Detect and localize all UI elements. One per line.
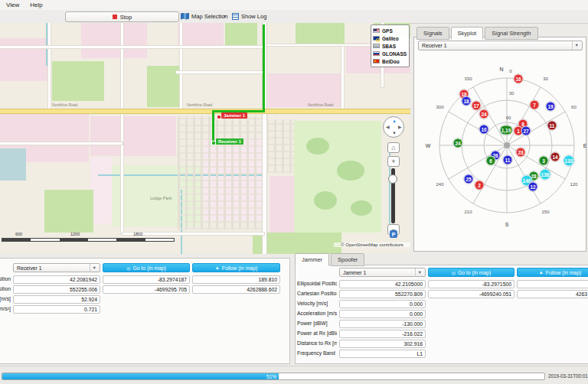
map-feature [0,148,26,181]
satellite-glonass-23: 23 [516,148,526,158]
field-row: Velocity [m/s]52.924 [0,295,289,304]
jammer-follow-button[interactable]: ▲ Follow (in map) [517,268,588,277]
map-feature [225,23,257,46]
skyplot-receiver-select[interactable]: Receiver 1 ▼ [418,41,583,50]
satellite-glonass-17: 17 [472,101,482,111]
field-value[interactable]: L1 [339,350,426,358]
field-value[interactable]: 52.924 [13,295,100,304]
field-label: Velocity [m/s] [297,301,337,308]
menu-item-help[interactable]: Help [30,2,42,8]
show-log-button[interactable]: Show Log [232,11,266,21]
field-value[interactable]: -130.000 [339,320,426,328]
map-attribution[interactable]: © OpenStreetMap contributors [334,242,410,247]
map-feature [0,109,410,114]
field-row: Distance to Rx [m]302.916 [297,340,588,348]
stop-icon [113,15,117,19]
map-zoom-in-button[interactable]: + [387,156,400,167]
stop-label: Stop [120,14,132,21]
receiver-select[interactable]: Receiver 1 ▼ [13,263,100,272]
chevron-down-icon: ▼ [415,268,422,277]
map-selection-label: Map Selection [191,13,228,20]
tab-signal-strength[interactable]: Signal Strength [485,27,537,40]
map-feature [90,158,112,223]
skyplot-angle-label: 0 [509,69,511,73]
skyplot-grid [413,54,588,237]
toolbar: Stop Map Selection ▾ Show Log [0,10,588,24]
satellite-galileo-1,19: 1,19 [500,125,513,135]
field-value[interactable]: 0.721 [13,305,100,314]
field-value[interactable]: -4699295.705 [103,285,190,294]
map-feature [0,142,122,145]
road-label: Northline Road [52,103,77,107]
application-window: ViewHelp Stop Map Selection ▾ Show Log N… [0,0,588,384]
field-label: Frequency Band [297,350,337,358]
field-value[interactable]: 0.000 [339,310,426,318]
scale-segments [2,238,175,242]
skyplot-tab-bar: SignalsSkyplotSignal Strength [416,26,540,39]
field-value[interactable]: 552255.006 [13,285,100,294]
map-zoom-slider-handle[interactable] [388,174,397,184]
pan-up-icon[interactable]: ▲ [392,119,397,123]
receiver-goto-button[interactable]: ◎ Go to (in map) [103,263,190,272]
map-feature [81,23,147,58]
skyplot-south-label: S [505,222,509,227]
field-label: Cartesian Position [0,286,11,294]
satellite-glonass-7: 7 [530,100,540,110]
field-value[interactable]: 302.916 [339,340,426,348]
field-value[interactable]: 0.000 [339,300,426,308]
scale-label: 1200 [70,232,80,236]
legend-label: Galileo [382,36,399,41]
field-value[interactable]: -83.2974187 [103,275,190,284]
field-label: Ellipsoidal Position [297,281,337,288]
field-row: Velocity [m/s]0.000 [297,300,588,308]
map-selection-dropdown-arrow[interactable]: ▾ [224,13,226,18]
legend-label: BeiDou [382,59,400,64]
satellite-gps-12: 12 [528,182,538,192]
skyplot-receiver-select-value: Receiver 1 [422,43,447,48]
stop-button[interactable]: Stop [65,11,179,22]
satellite-gps-19: 19 [546,102,556,112]
receiver-marker-label[interactable]: Receiver 1 [216,138,243,145]
skyplot-west-label: W [426,143,431,148]
satellite-glonass-16: 16 [514,74,524,84]
field-label: Power at Rx [dBW] [297,330,337,338]
skyplot-angle-label: 150 [541,210,549,214]
status-bar: 51% 2019-03-31T00:01:0 [0,366,588,384]
field-value[interactable]: 4262888.602 [192,285,280,294]
field-value[interactable]: -216.022 [339,330,426,338]
field-value[interactable]: 4263 [517,290,588,298]
map-home-button[interactable]: ⌂ [387,142,400,153]
receiver-follow-button[interactable]: ▲ Follow (in map) [192,263,280,272]
field-value[interactable]: 42.2105000 [339,280,426,288]
field-row: Acceleration [m/s²]0.721 [0,305,289,314]
pan-down-icon[interactable]: ▼ [392,131,397,135]
field-value[interactable]: -4699240.051 [428,290,514,298]
pan-right-icon[interactable]: ▶ [398,125,402,129]
satellite-beidou-14: 14 [550,152,560,162]
jammer-goto-button[interactable]: ◎ Go to (in map) [428,268,514,277]
jammer-panel: Jammer 1 ▼ ◎ Go to (in map) ▲ Follow (in… [295,265,588,364]
park-label: Lodge Park [150,196,172,200]
jammer-marker-label[interactable]: Jammer 1 [221,112,247,119]
field-value[interactable]: 42.2081942 [13,275,100,284]
menu-bar: ViewHelp [0,0,588,10]
skyplot-angle-label: 330 [464,76,472,81]
map-feature [121,23,123,234]
field-value[interactable]: -83.2971500 [428,280,514,288]
map-feature [178,23,224,47]
pan-left-icon[interactable]: ◀ [386,125,390,129]
field-value[interactable]: 552270.809 [339,290,426,298]
tab-skyplot[interactable]: Skyplot [451,27,484,40]
tab-spoofer[interactable]: Spoofer [331,253,364,266]
road-label: Northline Road [187,103,212,107]
field-value[interactable] [517,280,588,288]
field-value[interactable]: 189.810 [192,275,280,284]
map-view[interactable]: Northline Road Northline Road Northline … [0,23,410,254]
tab-signals[interactable]: Signals [416,27,449,40]
jammer-select[interactable]: Jammer 1 ▼ [339,268,426,277]
skyplot-angle-label: 240 [436,182,444,187]
menu-item-view[interactable]: View [6,2,19,8]
map-pan-control[interactable]: ▲ ▼ ◀ ▶ [383,116,404,138]
map-selection-button[interactable]: Map Selection [181,11,228,21]
tab-jammer[interactable]: Jammer [295,253,329,266]
